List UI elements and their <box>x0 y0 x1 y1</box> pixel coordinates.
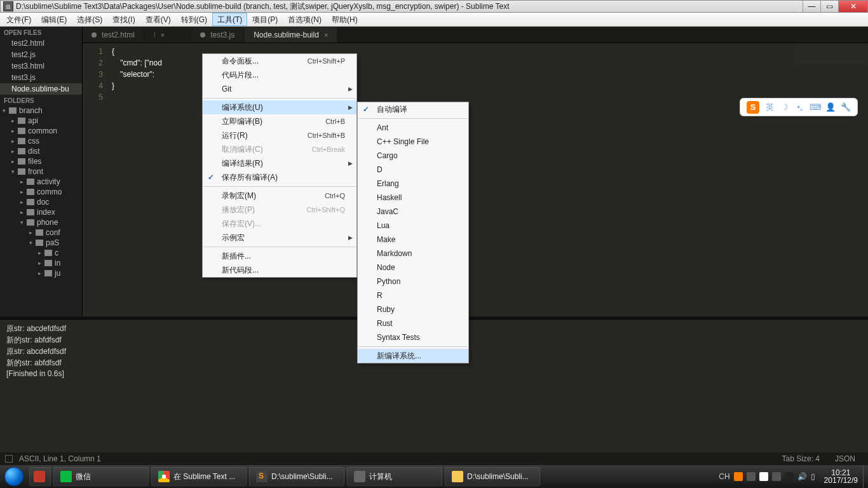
open-file-item[interactable]: test2.html <box>0 37 82 49</box>
folder-item[interactable]: ▸commo <box>0 187 82 197</box>
folder-item[interactable]: ▸activity <box>0 177 82 187</box>
wrench-icon[interactable]: 🔧 <box>841 102 851 112</box>
taskbar-item[interactable]: 微信 <box>53 467 149 486</box>
folder-item[interactable]: ▾paS <box>0 238 82 248</box>
folder-item[interactable]: ▸dist <box>0 146 82 156</box>
folder-item[interactable]: ▸index <box>0 207 82 217</box>
folder-item[interactable]: ▾front <box>0 166 82 177</box>
open-file-item[interactable]: test3.html <box>0 60 82 72</box>
user-icon[interactable]: 👤 <box>825 102 836 112</box>
menu-选择[interactable]: 选择(S) <box>72 13 107 26</box>
system-tray[interactable]: CH 🔊 ▯ <box>715 472 818 481</box>
editor-tab[interactable]: l× <box>145 27 190 43</box>
menu-item[interactable]: 录制宏(M)Ctrl+Q <box>203 189 356 203</box>
volume-icon[interactable]: 🔊 <box>797 472 807 481</box>
sogou-icon[interactable]: S <box>747 101 759 114</box>
window-close-button[interactable]: ✕ <box>838 1 867 12</box>
menu-文件[interactable]: 文件(F) <box>1 13 36 26</box>
tools-menu-dropdown[interactable]: 命令面板...Ctrl+Shift+P代码片段...Git▶编译系统(U)▶立即… <box>202 53 357 278</box>
menu-item[interactable]: 命令面板...Ctrl+Shift+P <box>203 54 356 68</box>
taskbar-item[interactable]: D:\sublime\Subli... <box>445 467 540 486</box>
menu-item[interactable]: D <box>358 163 468 177</box>
folder-item[interactable]: ▸files <box>0 156 82 166</box>
network-icon[interactable]: ▯ <box>811 472 815 481</box>
menu-item[interactable]: 新代码段... <box>203 263 356 277</box>
status-tabsize[interactable]: Tab Size: 4 <box>775 454 827 463</box>
folder-item[interactable]: ▸in <box>0 258 82 268</box>
menu-item[interactable]: 运行(R)Ctrl+Shift+B <box>203 128 356 142</box>
menu-item[interactable]: Ant <box>358 121 468 135</box>
build-system-submenu[interactable]: ✓自动编译AntC++ Single FileCargoDErlangHaske… <box>357 102 469 363</box>
folder-item[interactable]: ▸common <box>0 126 82 136</box>
code-editor[interactable]: 12345 { "cmd": ["nod "selector":} <box>83 43 868 316</box>
open-file-item[interactable]: test2.js <box>0 49 82 60</box>
menu-item[interactable]: 立即编译(B)Ctrl+B <box>203 114 356 128</box>
menu-item[interactable]: Markdown <box>358 247 468 261</box>
moon-icon[interactable]: ☽ <box>780 102 790 112</box>
ime-toolbar[interactable]: S 英 ☽ •„ ⌨ 👤 🔧 <box>740 98 858 116</box>
tray-icon[interactable] <box>772 472 781 481</box>
menu-item[interactable]: C++ Single File <box>358 135 468 149</box>
editor-tab[interactable]: test3.js <box>191 27 243 43</box>
status-icon[interactable] <box>5 455 13 463</box>
status-syntax[interactable]: JSON <box>827 454 863 463</box>
folder-item[interactable]: ▾branch <box>0 105 82 116</box>
tray-qq-icon[interactable] <box>785 472 794 481</box>
folder-item[interactable]: ▾phone <box>0 217 82 227</box>
tray-sogou-icon[interactable] <box>734 472 743 481</box>
window-maximize-button[interactable]: ▭ <box>820 1 838 12</box>
menu-item[interactable]: 编译系统(U)▶ <box>203 100 356 114</box>
menu-item[interactable]: Python <box>358 274 468 288</box>
show-desktop-button[interactable] <box>863 465 868 488</box>
pinned-app[interactable] <box>29 467 51 486</box>
menu-item[interactable]: Rust <box>358 316 468 330</box>
menu-item[interactable]: Cargo <box>358 149 468 163</box>
ime-lang-button[interactable]: 英 <box>764 102 775 112</box>
menu-item[interactable]: Haskell <box>358 191 468 205</box>
dots-icon[interactable]: •„ <box>795 102 805 112</box>
menu-item[interactable]: R <box>358 288 468 302</box>
folder-item[interactable]: ▸css <box>0 136 82 146</box>
menu-item[interactable]: ✓保存所有编译(A) <box>203 170 356 184</box>
taskbar-item[interactable]: 在 Sublime Text ... <box>151 467 247 486</box>
menu-编辑[interactable]: 编辑(E) <box>36 13 72 26</box>
open-file-item[interactable]: Node.sublime-bu <box>0 83 82 95</box>
close-icon[interactable]: × <box>161 31 165 39</box>
menu-item[interactable]: Node <box>358 261 468 274</box>
minimap[interactable] <box>796 44 865 64</box>
editor-tab[interactable]: Node.sublime-build× <box>245 27 337 43</box>
menu-转到[interactable]: 转到(G) <box>176 13 212 26</box>
menu-item[interactable]: Lua <box>358 219 468 233</box>
menu-item[interactable]: Erlang <box>358 177 468 191</box>
keyboard-icon[interactable]: ⌨ <box>810 102 820 112</box>
menu-查看[interactable]: 查看(V) <box>140 13 176 26</box>
window-minimize-button[interactable]: — <box>803 1 820 12</box>
menu-item[interactable]: 新编译系统... <box>358 349 468 363</box>
menu-item[interactable]: 示例宏▶ <box>203 231 356 245</box>
menu-item[interactable]: ✓自动编译 <box>358 102 468 116</box>
menu-查找[interactable]: 查找(I) <box>107 13 140 26</box>
menu-item[interactable]: Git▶ <box>203 82 356 96</box>
menu-工具[interactable]: 工具(T) <box>212 13 247 26</box>
tray-lang[interactable]: CH <box>719 472 729 481</box>
code-area[interactable]: { "cmd": ["nod "selector":} <box>109 43 162 316</box>
folder-item[interactable]: ▸ju <box>0 268 82 278</box>
folder-item[interactable]: ▸doc <box>0 197 82 207</box>
menu-首选项[interactable]: 首选项(N) <box>283 13 327 26</box>
menu-item[interactable]: Syntax Tests <box>358 330 468 344</box>
folder-item[interactable]: ▸conf <box>0 227 82 238</box>
taskbar-item[interactable]: 计算机 <box>347 467 442 486</box>
tray-icon[interactable] <box>747 472 756 481</box>
menu-帮助[interactable]: 帮助(H) <box>327 13 363 26</box>
menu-item[interactable]: Ruby <box>358 302 468 316</box>
folder-item[interactable]: ▸api <box>0 116 82 126</box>
menu-项目[interactable]: 项目(P) <box>247 13 283 26</box>
taskbar-clock[interactable]: 10:21 2017/12/9 <box>819 469 863 484</box>
open-file-item[interactable]: test3.js <box>0 72 82 83</box>
tray-flag-icon[interactable] <box>759 472 768 481</box>
menu-item[interactable]: 代码片段... <box>203 68 356 82</box>
menu-item[interactable]: 新插件... <box>203 249 356 263</box>
menu-item[interactable]: 编译结果(R)▶ <box>203 156 356 170</box>
editor-tab[interactable]: test2.html <box>83 27 144 43</box>
folder-item[interactable]: ▸c <box>0 248 82 258</box>
